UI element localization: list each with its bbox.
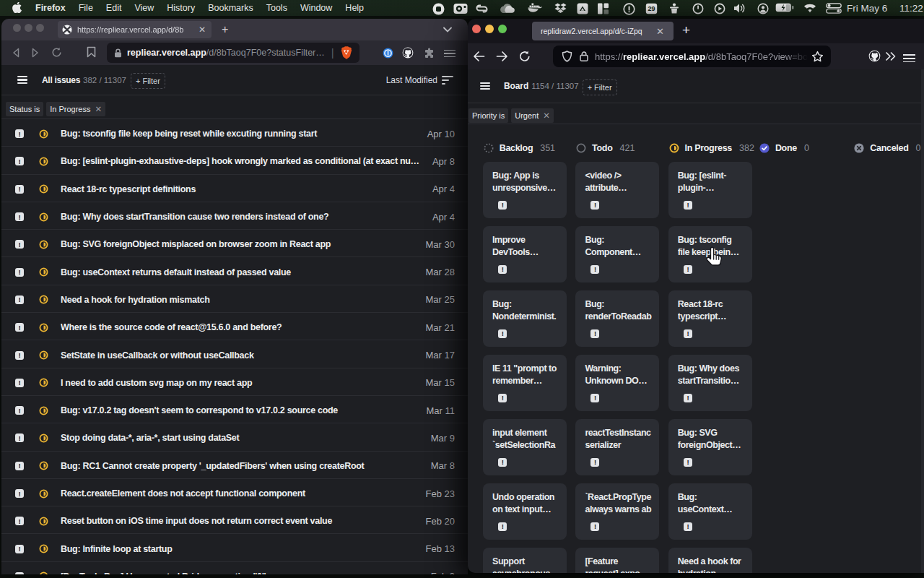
svg-text:29: 29: [648, 5, 655, 12]
